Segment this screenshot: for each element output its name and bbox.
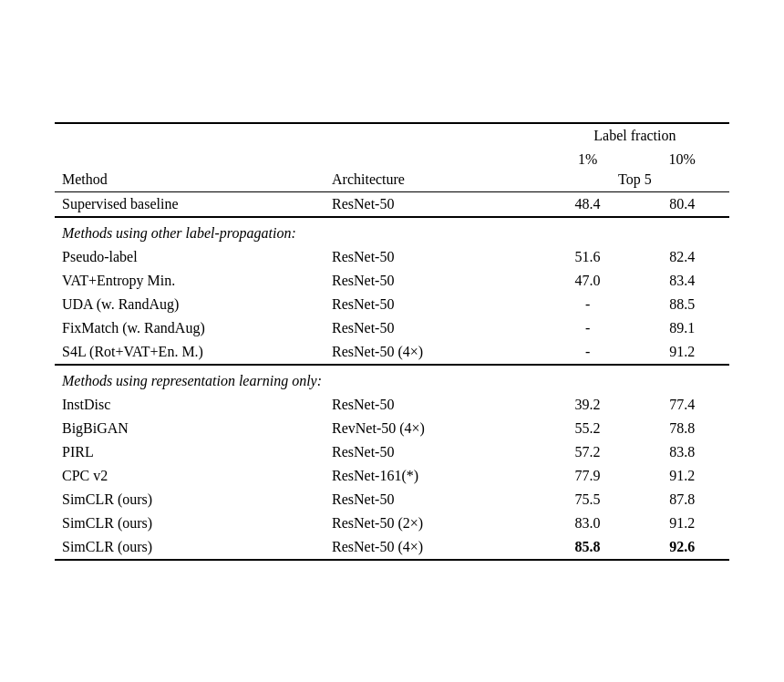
table-row: S4L (Rot+VAT+En. M.) ResNet-50 (4×) - 91… — [55, 340, 729, 365]
row-10pct: 78.8 — [634, 417, 729, 440]
row-10pct: 77.4 — [634, 393, 729, 417]
row-10pct: 82.4 — [634, 245, 729, 269]
row-10pct: 91.2 — [634, 512, 729, 535]
row-method: SimCLR (ours) — [55, 535, 325, 560]
row-arch: ResNet-50 (4×) — [325, 340, 541, 365]
row-10pct: 87.8 — [634, 488, 729, 512]
table-row: Pseudo-label ResNet-50 51.6 82.4 — [55, 245, 729, 269]
header-method: Method — [55, 123, 325, 192]
row-10pct: 91.2 — [634, 464, 729, 488]
row-1pct: - — [541, 316, 635, 340]
row-method: InstDisc — [55, 393, 325, 417]
row-arch: ResNet-50 — [325, 393, 541, 417]
row-method: CPC v2 — [55, 464, 325, 488]
results-table: Method Architecture Label fraction 1% 10… — [55, 122, 729, 561]
table-row: SimCLR (ours) ResNet-50 75.5 87.8 — [55, 488, 729, 512]
row-1pct: 39.2 — [541, 393, 635, 417]
row-method: Pseudo-label — [55, 245, 325, 269]
row-arch: ResNet-161(*) — [325, 464, 541, 488]
supervised-arch: ResNet-50 — [325, 191, 541, 217]
section2-label: Methods using representation learning on… — [55, 365, 729, 393]
supervised-10pct: 80.4 — [634, 191, 729, 217]
row-method: PIRL — [55, 440, 325, 464]
table-row-last: SimCLR (ours) ResNet-50 (4×) 85.8 92.6 — [55, 535, 729, 560]
row-1pct-bold: 85.8 — [541, 535, 635, 560]
row-10pct: 83.8 — [634, 440, 729, 464]
table-row: BigBiGAN RevNet-50 (4×) 55.2 78.8 — [55, 417, 729, 440]
row-10pct: 91.2 — [634, 340, 729, 365]
table-row: InstDisc ResNet-50 39.2 77.4 — [55, 393, 729, 417]
row-method: S4L (Rot+VAT+En. M.) — [55, 340, 325, 365]
row-10pct: 89.1 — [634, 316, 729, 340]
row-arch: ResNet-50 — [325, 245, 541, 269]
supervised-1pct: 48.4 — [541, 191, 635, 217]
row-arch: ResNet-50 (2×) — [325, 512, 541, 535]
header-label-fraction: Label fraction — [541, 123, 729, 148]
row-10pct: 83.4 — [634, 269, 729, 293]
row-arch: ResNet-50 — [325, 293, 541, 316]
row-10pct: 88.5 — [634, 293, 729, 316]
section1-label: Methods using other label-propagation: — [55, 217, 729, 245]
supervised-baseline-row: Supervised baseline ResNet-50 48.4 80.4 — [55, 191, 729, 217]
header-1pct: 1% — [541, 148, 635, 171]
row-arch: RevNet-50 (4×) — [325, 417, 541, 440]
row-arch: ResNet-50 — [325, 488, 541, 512]
row-arch: ResNet-50 (4×) — [325, 535, 541, 560]
row-method: VAT+Entropy Min. — [55, 269, 325, 293]
row-10pct-bold: 92.6 — [634, 535, 729, 560]
row-method: BigBiGAN — [55, 417, 325, 440]
header-architecture: Architecture — [325, 123, 541, 192]
row-1pct: 57.2 — [541, 440, 635, 464]
supervised-method: Supervised baseline — [55, 191, 325, 217]
row-1pct: 55.2 — [541, 417, 635, 440]
table-row: VAT+Entropy Min. ResNet-50 47.0 83.4 — [55, 269, 729, 293]
header-10pct: 10% — [634, 148, 729, 171]
row-arch: ResNet-50 — [325, 269, 541, 293]
row-1pct: - — [541, 340, 635, 365]
table-row: CPC v2 ResNet-161(*) 77.9 91.2 — [55, 464, 729, 488]
row-1pct: 75.5 — [541, 488, 635, 512]
row-1pct: 47.0 — [541, 269, 635, 293]
row-1pct: 77.9 — [541, 464, 635, 488]
section2-label-row: Methods using representation learning on… — [55, 365, 729, 393]
table-row: FixMatch (w. RandAug) ResNet-50 - 89.1 — [55, 316, 729, 340]
table-row: SimCLR (ours) ResNet-50 (2×) 83.0 91.2 — [55, 512, 729, 535]
row-method: SimCLR (ours) — [55, 512, 325, 535]
table-row: UDA (w. RandAug) ResNet-50 - 88.5 — [55, 293, 729, 316]
row-method: SimCLR (ours) — [55, 488, 325, 512]
header-top5: Top 5 — [541, 171, 729, 192]
row-method: FixMatch (w. RandAug) — [55, 316, 325, 340]
row-1pct: - — [541, 293, 635, 316]
row-1pct: 83.0 — [541, 512, 635, 535]
row-arch: ResNet-50 — [325, 316, 541, 340]
row-arch: ResNet-50 — [325, 440, 541, 464]
row-1pct: 51.6 — [541, 245, 635, 269]
table-row: PIRL ResNet-50 57.2 83.8 — [55, 440, 729, 464]
table-container: Method Architecture Label fraction 1% 10… — [55, 122, 729, 561]
section1-label-row: Methods using other label-propagation: — [55, 217, 729, 245]
row-method: UDA (w. RandAug) — [55, 293, 325, 316]
